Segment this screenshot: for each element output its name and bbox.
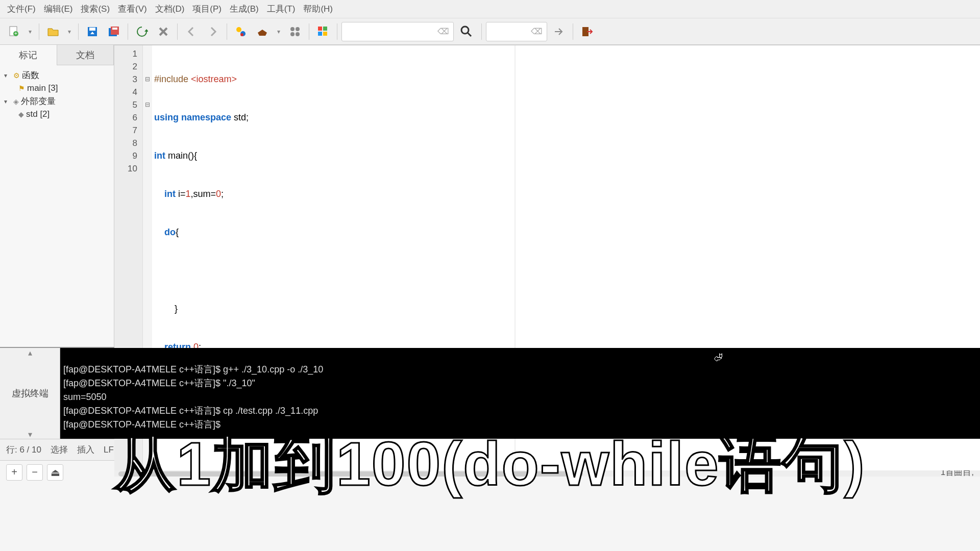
menu-file[interactable]: 文件(F) — [3, 1, 40, 17]
tree-label: main [3] — [27, 83, 58, 93]
remove-button[interactable]: − — [27, 464, 43, 481]
menu-help[interactable]: 帮助(H) — [299, 1, 337, 17]
terminal-panel: ▴ 虚拟终端 ▾ [fap@DESKTOP-A4TMELE c++语言]$ g+… — [0, 347, 980, 439]
sidebar-tab-documents[interactable]: 文档 — [57, 45, 114, 65]
save-button[interactable] — [83, 22, 102, 41]
new-file-dropdown[interactable]: ▾ — [26, 22, 35, 41]
clear-search-icon[interactable]: ⌫ — [437, 27, 449, 36]
terminal-output[interactable]: [fap@DESKTOP-A4TMELE c++语言]$ g++ ./3_10.… — [60, 348, 980, 439]
svg-point-11 — [290, 27, 295, 31]
open-file-button[interactable] — [43, 22, 63, 41]
menu-build[interactable]: 生成(B) — [226, 1, 263, 17]
terminal-collapse-up[interactable]: ▴ — [0, 348, 60, 357]
build-dropdown[interactable]: ▾ — [274, 22, 283, 41]
run-button[interactable] — [285, 22, 305, 41]
build-button[interactable] — [253, 22, 272, 41]
svg-rect-4 — [89, 28, 95, 31]
terminal-label: 虚拟终端 — [12, 357, 48, 430]
tree-group-externals[interactable]: ▾◈外部变量 — [2, 94, 112, 108]
svg-point-8 — [236, 27, 241, 32]
goto-button[interactable] — [549, 22, 569, 41]
compile-button[interactable] — [231, 22, 251, 41]
menu-view[interactable]: 查看(V) — [114, 1, 151, 17]
svg-rect-17 — [318, 32, 322, 36]
sidebar-tab-symbols[interactable]: 标记 — [0, 45, 57, 65]
eject-button[interactable]: ⏏ — [47, 464, 63, 481]
svg-point-14 — [296, 32, 300, 36]
menu-search[interactable]: 搜索(S) — [77, 1, 114, 17]
exit-button[interactable] — [577, 22, 597, 41]
svg-point-13 — [290, 32, 295, 36]
tree-item-std[interactable]: ◆std [2] — [2, 108, 112, 120]
tree-label: 函数 — [22, 69, 39, 81]
menu-project[interactable]: 项目(P) — [188, 1, 226, 17]
clear-goto-icon[interactable]: ⌫ — [531, 27, 543, 36]
tree-item-main[interactable]: ⚑main [3] — [2, 82, 112, 94]
svg-rect-18 — [323, 32, 327, 36]
symbol-tree: ▾⚙函数 ⚑main [3] ▾◈外部变量 ◆std [2] — [0, 65, 114, 347]
menu-bar: 文件(F) 编辑(E) 搜索(S) 查看(V) 文档(D) 项目(P) 生成(B… — [0, 0, 980, 18]
mouse-cursor-icon: ⮰ — [714, 351, 723, 365]
color-picker-button[interactable] — [313, 22, 333, 41]
nav-back-button[interactable] — [182, 22, 201, 41]
add-button[interactable]: + — [6, 464, 22, 481]
svg-point-19 — [461, 27, 469, 34]
new-file-button[interactable]: + — [4, 22, 23, 41]
svg-rect-7 — [112, 28, 117, 30]
goto-line-box[interactable]: ⌫ — [486, 22, 547, 41]
sidebar: 标记 文档 ▾⚙函数 ⚑main [3] ▾◈外部变量 ◆std [2] — [0, 45, 114, 347]
menu-document[interactable]: 文档(D) — [151, 1, 189, 17]
terminal-collapse-down[interactable]: ▾ — [0, 430, 60, 439]
search-box[interactable]: ⌫ — [341, 22, 454, 41]
reload-button[interactable] — [132, 22, 152, 41]
tree-group-functions[interactable]: ▾⚙函数 — [2, 68, 112, 82]
svg-rect-16 — [323, 27, 327, 31]
open-file-dropdown[interactable]: ▾ — [65, 22, 74, 41]
nav-forward-button[interactable] — [203, 22, 223, 41]
tree-label: 外部变量 — [21, 95, 56, 107]
search-button[interactable] — [456, 21, 477, 42]
toolbar: + ▾ ▾ ▾ ⌫ ⌫ — [0, 18, 980, 45]
svg-rect-15 — [318, 27, 322, 31]
close-button[interactable] — [154, 22, 173, 41]
menu-tools[interactable]: 工具(T) — [263, 1, 300, 17]
svg-point-10 — [240, 33, 243, 36]
save-all-button[interactable] — [104, 22, 124, 41]
svg-point-12 — [296, 27, 300, 31]
menu-edit[interactable]: 编辑(E) — [40, 1, 77, 17]
tree-label: std [2] — [26, 109, 50, 119]
svg-text:+: + — [14, 31, 17, 36]
status-line-col: 行: 6 / 10 — [6, 444, 41, 456]
